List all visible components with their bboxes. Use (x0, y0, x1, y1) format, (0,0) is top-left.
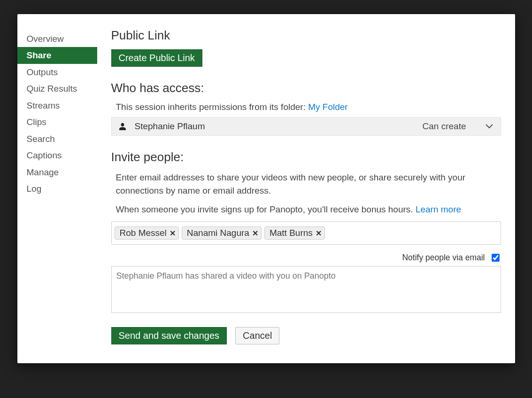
sidebar-item-clips[interactable]: Clips (17, 114, 97, 130)
notify-label: Notify people via email (402, 253, 485, 263)
invite-chip: Nanami Nagura ✕ (182, 226, 262, 240)
chip-remove-icon[interactable]: ✕ (252, 229, 258, 238)
settings-panel: Overview Share Outputs Quiz Results Stre… (17, 14, 515, 363)
invite-bonus-line: When someone you invite signs up for Pan… (116, 204, 501, 215)
public-link-heading: Public Link (111, 28, 501, 43)
sidebar-item-streams[interactable]: Streams (17, 97, 97, 114)
inherit-permissions-text: This session inherits permissions from i… (116, 102, 501, 112)
learn-more-link[interactable]: Learn more (416, 204, 461, 214)
invite-heading: Invite people: (111, 150, 501, 164)
sidebar-item-captions[interactable]: Captions (17, 147, 97, 164)
chip-remove-icon[interactable]: ✕ (316, 229, 322, 238)
chip-label: Matt Burns (270, 228, 313, 238)
user-icon (119, 122, 126, 131)
chip-label: Rob Messel (120, 228, 167, 238)
sidebar-item-share[interactable]: Share (17, 47, 97, 63)
access-role-label: Can create (423, 121, 466, 132)
notify-line: Notify people via email (111, 252, 501, 263)
access-user-name: Stephanie Pflaum (135, 121, 423, 132)
send-save-button[interactable]: Send and save changes (111, 327, 227, 344)
invite-text-input[interactable] (328, 227, 498, 239)
create-public-link-button[interactable]: Create Public Link (111, 49, 202, 67)
access-row: Stephanie Pflaum Can create (111, 117, 501, 136)
invite-chip: Matt Burns ✕ (264, 226, 325, 240)
sidebar-item-quiz-results[interactable]: Quiz Results (17, 80, 97, 97)
notify-checkbox[interactable] (492, 254, 500, 262)
cancel-button[interactable]: Cancel (235, 327, 279, 344)
bonus-text: When someone you invite signs up for Pan… (116, 204, 416, 214)
sidebar-item-log[interactable]: Log (17, 180, 97, 197)
sidebar: Overview Share Outputs Quiz Results Stre… (17, 26, 97, 344)
invite-description: Enter email addresses to share your vide… (116, 171, 501, 197)
chip-remove-icon[interactable]: ✕ (170, 229, 176, 238)
sidebar-item-outputs[interactable]: Outputs (17, 64, 97, 80)
main-content: Public Link Create Public Link Who has a… (97, 26, 501, 344)
access-heading: Who has access: (111, 81, 501, 95)
sidebar-item-search[interactable]: Search (17, 131, 97, 147)
chip-label: Nanami Nagura (187, 228, 249, 238)
action-row: Send and save changes Cancel (111, 327, 501, 344)
role-dropdown[interactable] (485, 122, 493, 131)
invite-chip: Rob Messel ✕ (115, 226, 179, 240)
invite-message-field[interactable] (111, 266, 501, 313)
sidebar-item-manage[interactable]: Manage (17, 164, 97, 180)
sidebar-item-overview[interactable]: Overview (17, 31, 97, 47)
invite-people-input[interactable]: Rob Messel ✕ Nanami Nagura ✕ Matt Burns … (111, 221, 501, 245)
folder-link[interactable]: My Folder (308, 102, 347, 112)
inherit-text: This session inherits permissions from i… (116, 102, 308, 112)
